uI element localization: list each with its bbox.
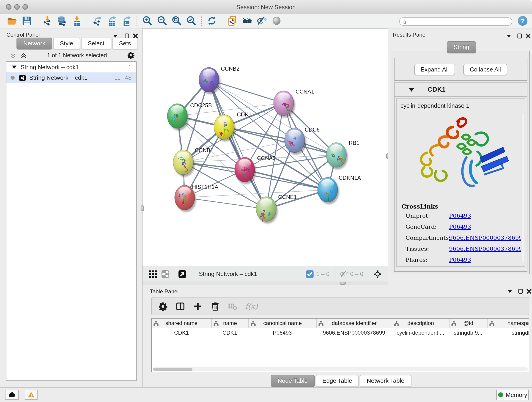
save-session-button[interactable]	[20, 15, 33, 27]
gene-entry-header[interactable]: CDK1	[394, 83, 527, 97]
show-columns-icon[interactable]	[176, 301, 185, 311]
tab-node-table[interactable]: Node Table	[271, 375, 315, 387]
import-network-from-database-button[interactable]	[56, 15, 68, 27]
node-CCNE1[interactable]: CCNE1	[256, 194, 297, 223]
table-cell[interactable]: CDK1	[211, 328, 248, 337]
table-horizontal-scrollbar[interactable]	[152, 367, 528, 371]
selected-nodes-checkbox[interactable]	[305, 269, 314, 279]
tab-network-table[interactable]: Network Table	[360, 375, 411, 387]
export-table-button[interactable]	[106, 15, 118, 27]
crosslink-link[interactable]: 9606.ENSP00000378699	[449, 234, 523, 241]
splitter-handle[interactable]	[340, 282, 346, 285]
grid-view-icon[interactable]	[148, 269, 158, 279]
node-HIST1H1A[interactable]: HIST1H1A	[175, 184, 218, 212]
node-CCNB2[interactable]: CCNB2	[199, 65, 239, 94]
results-scrollbar[interactable]	[521, 114, 524, 262]
export-network-to-web-button[interactable]	[226, 15, 239, 27]
column-header-name[interactable]: name	[211, 319, 248, 328]
tab-sets[interactable]: Sets	[112, 38, 138, 50]
edge-CCNA2-CDKN1A[interactable]	[245, 170, 328, 190]
edge-CCNE1-HIST1H1A[interactable]	[185, 198, 266, 209]
hidden-elements-icon[interactable]	[339, 269, 348, 279]
tab-string[interactable]: String	[447, 41, 476, 53]
tab-style[interactable]: Style	[53, 38, 80, 50]
expand-all-networks-icon[interactable]	[20, 52, 27, 58]
float-panel-icon[interactable]	[517, 32, 523, 37]
memory-button[interactable]: Memory	[496, 390, 529, 400]
help-button[interactable]: ?	[518, 16, 527, 26]
left-splitter-handle[interactable]	[141, 205, 144, 211]
export-image-button[interactable]	[120, 15, 133, 27]
column-header-canonical-name[interactable]: canonical name	[248, 319, 316, 328]
panel-menu-icon[interactable]	[112, 32, 118, 37]
import-network-from-file-button[interactable]	[41, 15, 53, 27]
crosslink-link[interactable]: P06493	[449, 256, 471, 263]
float-panel-icon[interactable]	[518, 287, 524, 293]
zoom-fit-content-button[interactable]	[170, 15, 183, 27]
node-table[interactable]: shared namenamecanonical namedatabase id…	[151, 318, 529, 372]
table-cell[interactable]: P06493	[248, 328, 316, 337]
crosslink-link[interactable]: P06493	[449, 223, 471, 230]
create-column-icon[interactable]	[193, 301, 203, 311]
network-collection-row[interactable]: String Network – cdk1 1	[6, 62, 136, 72]
network-options-gear-icon[interactable]	[127, 51, 135, 59]
close-panel-icon[interactable]	[526, 287, 532, 293]
table-cell[interactable]: cyclin-dependent ...	[392, 328, 449, 337]
string-view-icon[interactable]	[161, 269, 170, 279]
close-panel-icon[interactable]	[525, 32, 531, 37]
table-options-gear-icon[interactable]	[158, 301, 168, 311]
selected-count: 1 – 0	[316, 270, 329, 277]
collapse-all-networks-icon[interactable]	[10, 52, 17, 58]
column-header-database-identifier[interactable]: database identifier	[316, 319, 392, 328]
column-header-@id[interactable]: @id	[449, 319, 487, 328]
tab-network[interactable]: Network	[17, 38, 52, 50]
warnings-button[interactable]	[25, 390, 38, 400]
table-cell[interactable]: stringdb:9...	[449, 328, 487, 337]
panel-menu-icon[interactable]	[506, 32, 512, 37]
network-graph[interactable]: CCNB2CCNA1CDC25BCDK1CDC6RB1CCNB1CCNA2CDK…	[143, 29, 388, 266]
show-hide-graphics-details-button[interactable]	[255, 15, 268, 27]
column-header-description[interactable]: description	[392, 319, 449, 328]
tab-edge-table[interactable]: Edge Table	[316, 375, 359, 387]
network-row-selected[interactable]: String Network – cdk1 11 48	[6, 72, 136, 83]
open-file-button[interactable]	[6, 15, 18, 27]
tab-select[interactable]: Select	[81, 38, 111, 50]
table-cell[interactable]: CDK1	[152, 328, 211, 337]
horizontal-splitter[interactable]	[143, 281, 388, 285]
node-CDK1[interactable]: CDK1	[214, 111, 252, 141]
collection-expand-caret[interactable]	[12, 65, 17, 69]
scrollbar-thumb[interactable]	[153, 367, 192, 370]
table-cell[interactable]: 9606.ENSP00000378699	[316, 328, 392, 337]
node-CDKN1A[interactable]: CDKN1A	[317, 175, 361, 204]
center-view-crosshair-icon[interactable]	[373, 269, 382, 279]
cybrowser-home-button[interactable]	[241, 15, 253, 27]
node-CDC6[interactable]: CDC6	[285, 127, 320, 155]
cloud-status-button[interactable]	[5, 390, 19, 400]
crosslink-link[interactable]: 9606.ENSP00000378699	[449, 245, 523, 252]
float-panel-icon[interactable]	[124, 32, 130, 37]
crosslink-link[interactable]: P06493	[449, 212, 471, 219]
render-detail-sphere-button[interactable]	[270, 15, 283, 27]
apply-preferred-layout-button[interactable]	[206, 15, 218, 27]
column-header-namespace[interactable]: namespace	[487, 319, 529, 328]
collapse-all-button[interactable]: Collapse All	[463, 64, 507, 75]
delete-column-icon[interactable]	[210, 301, 220, 311]
export-network-button[interactable]	[91, 15, 103, 27]
search-input[interactable]	[399, 17, 512, 26]
table-row[interactable]: CDK1CDK1P064939606.ENSP00000378699cyclin…	[152, 328, 529, 337]
close-panel-icon[interactable]	[133, 32, 138, 37]
node-CCNB1[interactable]: CCNB1	[173, 147, 213, 177]
node-RB1[interactable]: RB1	[326, 140, 360, 169]
node-CCNA2[interactable]: CCNA2	[234, 155, 276, 184]
zoom-out-button[interactable]	[156, 15, 168, 27]
network-canvas[interactable]: CCNB2CCNA1CDC25BCDK1CDC6RB1CCNB1CCNA2CDK…	[143, 28, 388, 266]
table-cell[interactable]: stringdb	[487, 328, 529, 337]
expand-all-button[interactable]: Expand All	[414, 64, 455, 75]
zoom-in-button[interactable]	[141, 15, 153, 27]
entry-expand-caret[interactable]	[409, 88, 414, 92]
zoom-selected-button[interactable]	[185, 15, 197, 27]
import-table-from-file-button[interactable]	[70, 15, 83, 27]
column-header-shared-name[interactable]: shared name	[152, 319, 211, 328]
panel-menu-icon[interactable]	[507, 287, 513, 293]
birds-eye-view-icon[interactable]	[178, 269, 187, 279]
